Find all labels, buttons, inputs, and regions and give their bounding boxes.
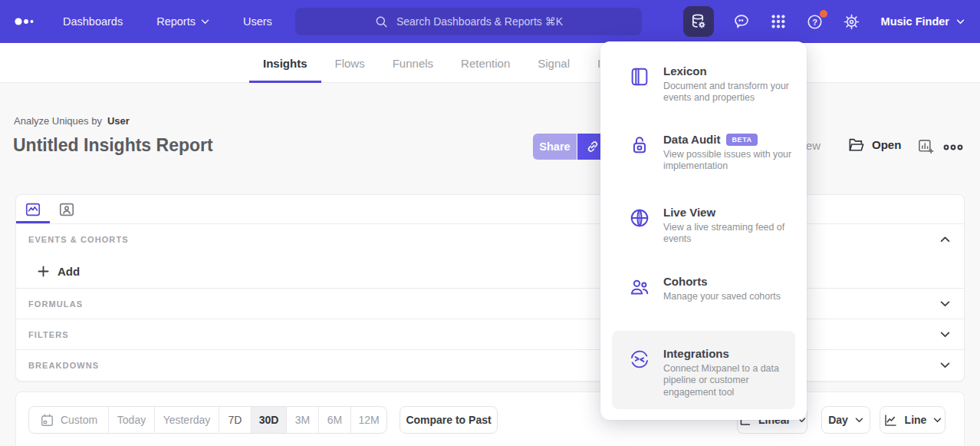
compare-label: Compare to Past xyxy=(406,414,491,426)
link-icon xyxy=(585,139,600,154)
breakdowns-section-header[interactable]: BREAKDOWNS xyxy=(16,349,964,381)
range-yesterday[interactable]: Yesterday xyxy=(155,407,219,433)
menu-item-text: Integrations Connect Mixpanel to a data … xyxy=(663,347,801,398)
section-label: BREAKDOWNS xyxy=(28,361,99,370)
nav-item-label: Dashboards xyxy=(63,15,123,28)
line-chart-tab-icon xyxy=(25,201,41,218)
range-7d[interactable]: 7D xyxy=(219,407,252,433)
chevron-down-icon[interactable] xyxy=(940,301,950,307)
open-report-button[interactable]: Open xyxy=(848,137,901,152)
range-30d[interactable]: 30D xyxy=(252,407,287,433)
nav-item-label: Users xyxy=(243,15,272,28)
chart-type-select[interactable]: Line xyxy=(880,406,945,434)
tab-retention[interactable]: Retention xyxy=(447,43,524,83)
share-split-button: Share xyxy=(533,134,608,160)
report-tabbar: Insights Flows Funnels Retention Signal … xyxy=(0,43,980,83)
project-switcher[interactable]: Music Finder xyxy=(881,15,965,28)
chevron-down-icon[interactable] xyxy=(940,362,950,368)
menu-item-integrations[interactable]: Integrations Connect Mixpanel to a data … xyxy=(612,331,795,409)
compare-to-past-button[interactable]: Compare to Past xyxy=(400,406,498,434)
folder-open-icon xyxy=(848,137,865,152)
analysis-entity-selector[interactable]: User xyxy=(107,115,130,127)
section-label: EVENTS & COHORTS xyxy=(28,235,129,244)
add-event-button[interactable]: Add xyxy=(16,254,964,288)
add-to-dashboard-icon[interactable] xyxy=(917,137,935,158)
plus-icon xyxy=(38,266,49,277)
section-label: FILTERS xyxy=(28,330,69,339)
tab-insights[interactable]: Insights xyxy=(249,43,321,83)
cohorts-people-icon xyxy=(629,276,650,298)
settings-icon[interactable] xyxy=(843,12,861,31)
add-label: Add xyxy=(58,265,80,278)
report-tabs: Insights Flows Funnels Retention Signal … xyxy=(249,43,646,83)
query-view-tabs xyxy=(16,195,964,224)
menu-item-description: Manage your saved cohorts xyxy=(663,291,801,302)
menu-item-cohorts[interactable]: Cohorts Manage your saved cohorts xyxy=(600,275,807,302)
nav-item-label: Reports xyxy=(156,15,196,28)
menu-item-integrations-content: Integrations Connect Mixpanel to a data … xyxy=(612,331,795,398)
notification-dot xyxy=(820,10,827,18)
range-label: 6M xyxy=(327,414,342,426)
report-title[interactable]: Untitled Insights Report xyxy=(13,135,213,156)
filters-section-header[interactable]: FILTERS xyxy=(16,319,964,349)
interval-label: Day xyxy=(828,414,848,426)
range-label: Yesterday xyxy=(163,414,211,426)
nav-item-dashboards[interactable]: Dashboards xyxy=(63,15,123,28)
project-name: Music Finder xyxy=(881,15,949,28)
range-6m[interactable]: 6M xyxy=(319,407,351,433)
query-builder-card: EVENTS & COHORTS Add FORMULAS FILTERS BR… xyxy=(15,194,965,382)
menu-item-title: Data Audit xyxy=(663,133,720,146)
menu-item-description: View a live streaming feed of events xyxy=(663,222,801,246)
tab-events-view[interactable] xyxy=(16,195,50,223)
feedback-icon[interactable] xyxy=(732,12,751,31)
search-input[interactable]: Search Dashboards & Reports ⌘K xyxy=(295,8,642,35)
app-window: Dashboards Reports Users Search Dashboar… xyxy=(0,0,980,446)
mixpanel-logo-icon[interactable] xyxy=(14,12,38,31)
nav-item-reports[interactable]: Reports xyxy=(156,15,209,28)
chevron-up-icon[interactable] xyxy=(940,236,950,243)
range-label: 30D xyxy=(259,414,279,426)
data-audit-lock-icon xyxy=(629,134,650,156)
data-management-icon[interactable] xyxy=(683,6,714,37)
menu-item-live-view[interactable]: Live View View a live streaming feed of … xyxy=(600,206,807,246)
range-3m[interactable]: 3M xyxy=(287,407,319,433)
range-12m[interactable]: 12M xyxy=(351,407,386,433)
help-icon[interactable]: ? xyxy=(806,12,824,31)
menu-item-data-audit[interactable]: Data Audit BETA View possible issues wit… xyxy=(600,133,807,173)
range-label: 3M xyxy=(295,414,310,426)
range-custom[interactable]: Custom xyxy=(29,407,109,433)
search-placeholder: Search Dashboards & Reports ⌘K xyxy=(396,15,563,28)
formulas-section-header[interactable]: FORMULAS xyxy=(16,288,964,319)
chevron-down-icon xyxy=(201,19,209,25)
data-management-menu: Lexicon Document and transform your even… xyxy=(600,41,807,420)
menu-item-text: Lexicon Document and transform your even… xyxy=(663,64,801,104)
tab-flows[interactable]: Flows xyxy=(321,43,379,83)
beta-badge: BETA xyxy=(726,134,757,146)
search-icon xyxy=(374,15,389,29)
range-label: Today xyxy=(117,414,146,426)
interval-select[interactable]: Day xyxy=(821,406,870,434)
tab-signal[interactable]: Signal xyxy=(524,43,584,83)
navbar-right-cluster: ? Music Finder xyxy=(683,0,969,43)
chevron-down-icon[interactable] xyxy=(940,332,950,338)
menu-item-text: Live View View a live streaming feed of … xyxy=(663,206,801,246)
report-subtitle: Analyze Uniques by User xyxy=(14,115,130,127)
tab-users-view[interactable] xyxy=(50,195,84,223)
menu-item-title: Cohorts xyxy=(663,275,708,288)
menu-item-description: Document and transform your events and p… xyxy=(663,81,801,104)
events-cohorts-section-header[interactable]: EVENTS & COHORTS xyxy=(16,224,964,254)
chevron-down-icon xyxy=(855,418,863,423)
range-today[interactable]: Today xyxy=(109,407,155,433)
range-label: 12M xyxy=(358,414,379,426)
nav-item-users[interactable]: Users xyxy=(243,15,272,28)
lexicon-book-icon xyxy=(629,66,650,88)
chevron-down-icon xyxy=(956,19,965,25)
svg-text:?: ? xyxy=(812,17,817,26)
section-label: FORMULAS xyxy=(28,299,83,309)
apps-grid-icon[interactable] xyxy=(769,12,788,31)
share-button[interactable]: Share xyxy=(533,134,577,160)
menu-item-lexicon[interactable]: Lexicon Document and transform your even… xyxy=(600,64,807,104)
tab-funnels[interactable]: Funnels xyxy=(379,43,447,83)
more-actions-icon[interactable] xyxy=(942,141,964,155)
range-label: Custom xyxy=(61,414,97,426)
